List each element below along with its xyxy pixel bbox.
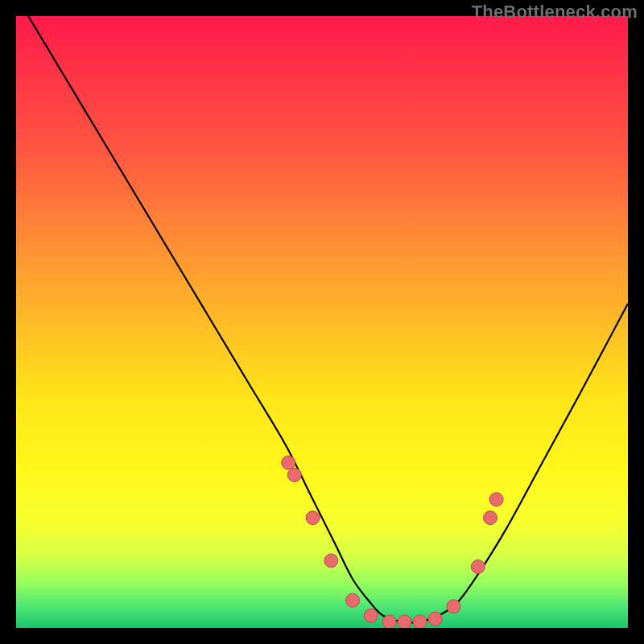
good-fit-dot [346,593,360,607]
good-fit-dot [382,615,396,628]
good-fit-dot [489,493,503,506]
good-fit-dot [413,615,427,628]
good-fit-dot [471,560,485,574]
outer-frame: TheBottleneck.com [0,0,644,644]
bottleneck-curve [28,16,628,622]
good-fit-dot [484,511,497,525]
chart-svg [16,16,628,628]
watermark-text: TheBottleneck.com [472,2,638,23]
good-fit-dot [428,612,442,625]
good-fit-dot [398,615,411,628]
good-fit-dot [364,609,378,622]
good-fit-dot [287,469,301,482]
good-fit-dot [282,456,295,469]
good-fit-dot [324,554,338,568]
plot-area [16,16,628,628]
good-fit-dot [306,511,320,525]
good-fit-dot [447,600,460,613]
